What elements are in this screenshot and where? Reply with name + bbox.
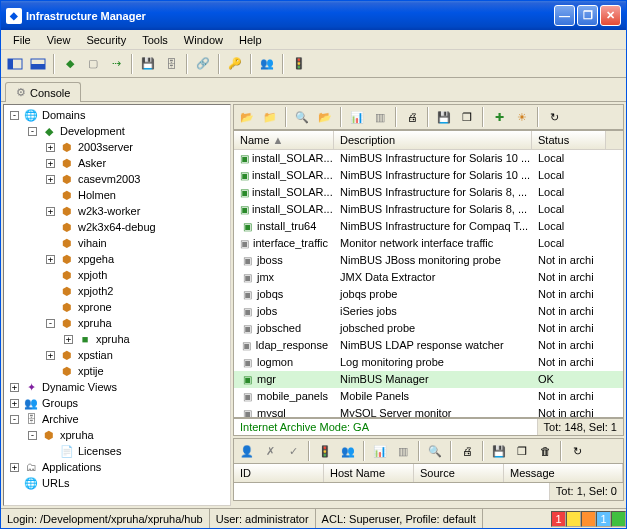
titlebar[interactable]: ◆ Infrastructure Manager — ❐ ✕ xyxy=(1,1,626,30)
cols2-icon[interactable]: ▥ xyxy=(392,440,414,462)
list-row[interactable]: ▣install_SOLAR...NimBUS Infrastructure f… xyxy=(234,201,623,218)
refresh-icon[interactable]: ↻ xyxy=(543,106,565,128)
list-row[interactable]: ▣jbossNimBUS JBoss monitoring probeNot i… xyxy=(234,252,623,269)
layout-2-icon[interactable] xyxy=(27,53,49,75)
col-desc[interactable]: Description xyxy=(334,131,532,149)
list-row[interactable]: ▣mgrNimBUS ManagerOK xyxy=(234,371,623,388)
menu-file[interactable]: File xyxy=(5,32,39,48)
expander-icon[interactable]: + xyxy=(10,383,19,392)
copy-icon[interactable]: ❐ xyxy=(456,106,478,128)
list-row[interactable]: ▣install_tru64NimBUS Infrastructure for … xyxy=(234,218,623,235)
refresh2-icon[interactable]: ↻ xyxy=(566,440,588,462)
menu-view[interactable]: View xyxy=(39,32,79,48)
check-icon[interactable]: ✓ xyxy=(282,440,304,462)
tree-node-xpruha[interactable]: -⬢xpruha xyxy=(6,315,228,331)
chart-icon[interactable]: 📊 xyxy=(346,106,368,128)
sun-icon[interactable]: ☀ xyxy=(511,106,533,128)
menu-help[interactable]: Help xyxy=(231,32,270,48)
tree-node-xprone[interactable]: ⬢xprone xyxy=(6,299,228,315)
tree-node-w2k3-worker[interactable]: +⬢w2k3-worker xyxy=(6,203,228,219)
expander-icon[interactable]: + xyxy=(10,399,19,408)
list-row[interactable]: ▣interface_trafficMonitor network interf… xyxy=(234,235,623,252)
tree-node-xpruha[interactable]: +■xpruha xyxy=(6,331,228,347)
expander-icon[interactable]: + xyxy=(46,351,55,360)
add-icon[interactable]: ✚ xyxy=(488,106,510,128)
expander-icon[interactable]: + xyxy=(10,463,19,472)
tree-node-xpjoth2[interactable]: ⬢xpjoth2 xyxy=(6,283,228,299)
bottom-col-host-name[interactable]: Host Name xyxy=(324,464,414,482)
layout-1-icon[interactable] xyxy=(4,53,26,75)
link-icon[interactable]: 🔗 xyxy=(192,53,214,75)
list-row[interactable]: ▣install_SOLAR...NimBUS Infrastructure f… xyxy=(234,150,623,167)
print-icon[interactable]: 🖨 xyxy=(401,106,423,128)
tree-node-groups[interactable]: +👥Groups xyxy=(6,395,228,411)
tree-node-domains[interactable]: -🌐Domains xyxy=(6,107,228,123)
expander-icon[interactable]: + xyxy=(64,335,73,344)
tree-node-licenses[interactable]: 📄Licenses xyxy=(6,443,228,459)
expander-icon[interactable]: + xyxy=(46,175,55,184)
list-row[interactable]: ▣logmonLog monitoring probeNot in archi xyxy=(234,354,623,371)
col-name[interactable]: Name ▲ xyxy=(234,131,334,149)
tree-node-xpstian[interactable]: +⬢xpstian xyxy=(6,347,228,363)
traffic-icon[interactable]: 🚦 xyxy=(314,440,336,462)
menu-security[interactable]: Security xyxy=(78,32,134,48)
expander-icon[interactable]: - xyxy=(28,127,37,136)
save-icon[interactable]: 💾 xyxy=(137,53,159,75)
tree-node-applications[interactable]: +🗂Applications xyxy=(6,459,228,475)
save3-icon[interactable]: 💾 xyxy=(488,440,510,462)
tree-node-xpjoth[interactable]: ⬢xpjoth xyxy=(6,267,228,283)
print2-icon[interactable]: 🖨 xyxy=(456,440,478,462)
expander-icon[interactable]: + xyxy=(46,159,55,168)
list-row[interactable]: ▣jmxJMX Data ExtractorNot in archi xyxy=(234,269,623,286)
list-row[interactable]: ▣jobqsjobqs probeNot in archi xyxy=(234,286,623,303)
expander-icon[interactable]: - xyxy=(10,415,19,424)
close-button[interactable]: ✕ xyxy=(600,5,621,26)
tree-node-holmen[interactable]: ⬢Holmen xyxy=(6,187,228,203)
node-link-icon[interactable]: ⇢ xyxy=(105,53,127,75)
tree-node-2003server[interactable]: +⬢2003server xyxy=(6,139,228,155)
copy2-icon[interactable]: ❐ xyxy=(511,440,533,462)
list-row[interactable]: ▣mobile_panelsMobile PanelsNot in archi xyxy=(234,388,623,405)
folder-in-icon[interactable]: 📂 xyxy=(236,106,258,128)
user-assign-icon[interactable]: 👤 xyxy=(236,440,258,462)
list-row[interactable]: ▣jobschedjobsched probeNot in archi xyxy=(234,320,623,337)
tree-node-vihain[interactable]: ⬢vihain xyxy=(6,235,228,251)
user-x-icon[interactable]: ✗ xyxy=(259,440,281,462)
bottom-col-id[interactable]: ID xyxy=(234,464,324,482)
tree-node-development[interactable]: -◆Development xyxy=(6,123,228,139)
list-row[interactable]: ▣mysqlMySQL Server monitorNot in archi xyxy=(234,405,623,417)
tree-node-dynamic-views[interactable]: +✦Dynamic Views xyxy=(6,379,228,395)
menu-window[interactable]: Window xyxy=(176,32,231,48)
find-icon[interactable]: 🔍 xyxy=(291,106,313,128)
list-row[interactable]: ▣install_SOLAR...NimBUS Infrastructure f… xyxy=(234,184,623,201)
people-icon[interactable]: 👥 xyxy=(337,440,359,462)
bottom-col-message[interactable]: Message xyxy=(504,464,623,482)
traffic-light-icon[interactable]: 🚦 xyxy=(288,53,310,75)
tree-pane[interactable]: -🌐Domains-◆Development+⬢2003server+⬢Aske… xyxy=(3,104,231,506)
trash-icon[interactable]: 🗑 xyxy=(534,440,556,462)
find-folder-icon[interactable]: 📂 xyxy=(314,106,336,128)
menu-tools[interactable]: Tools xyxy=(134,32,176,48)
minimize-button[interactable]: — xyxy=(554,5,575,26)
tree-node-xptije[interactable]: ⬢xptije xyxy=(6,363,228,379)
list-row[interactable]: ▣ldap_responseNimBUS LDAP response watch… xyxy=(234,337,623,354)
expander-icon[interactable]: - xyxy=(46,319,55,328)
expander-icon[interactable]: + xyxy=(46,207,55,216)
list-row[interactable]: ▣jobsiSeries jobsNot in archi xyxy=(234,303,623,320)
expander-icon[interactable]: + xyxy=(46,255,55,264)
expander-icon[interactable]: + xyxy=(46,143,55,152)
node-add-icon[interactable]: ◆ xyxy=(59,53,81,75)
users-icon[interactable]: 👥 xyxy=(256,53,278,75)
archive-icon[interactable]: 🗄 xyxy=(160,53,182,75)
expander-icon[interactable]: - xyxy=(28,431,37,440)
folder-out-icon[interactable]: 📁 xyxy=(259,106,281,128)
tree-node-xpruha[interactable]: -⬢xpruha xyxy=(6,427,228,443)
tree-node-archive[interactable]: -🗄Archive xyxy=(6,411,228,427)
chart2-icon[interactable]: 📊 xyxy=(369,440,391,462)
expander-icon[interactable]: - xyxy=(10,111,19,120)
tree-node-urls[interactable]: 🌐URLs xyxy=(6,475,228,491)
key-icon[interactable]: 🔑 xyxy=(224,53,246,75)
node-icon[interactable]: ▢ xyxy=(82,53,104,75)
tree-node-xpgeha[interactable]: +⬢xpgeha xyxy=(6,251,228,267)
tree-node-casevm2003[interactable]: +⬢casevm2003 xyxy=(6,171,228,187)
